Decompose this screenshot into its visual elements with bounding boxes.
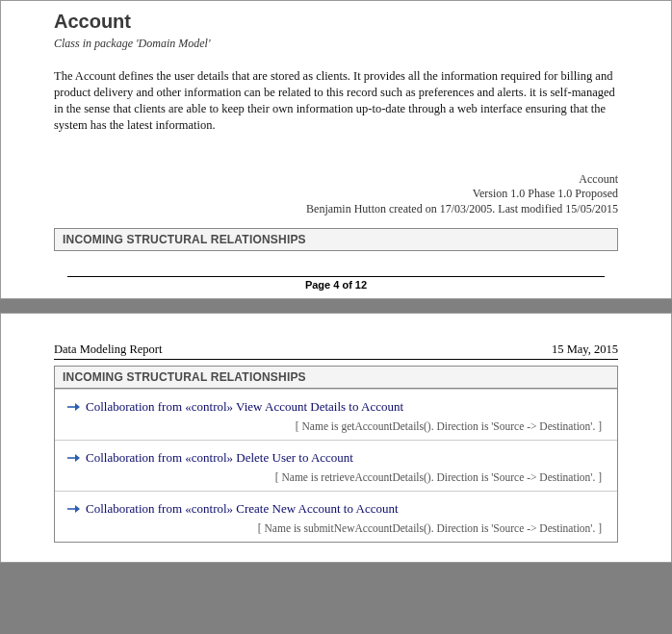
relationship-detail: [ Name is retrieveAccountDetails(). Dire… bbox=[66, 471, 606, 483]
relationship-title: Collaboration from «control» View Accoun… bbox=[66, 399, 606, 415]
class-title: Account bbox=[54, 11, 618, 33]
relationship-title: Collaboration from «control» Create New … bbox=[66, 501, 606, 517]
page-footer: Page 4 of 12 bbox=[67, 276, 605, 291]
meta-version: Version 1.0 Phase 1.0 Proposed bbox=[54, 187, 618, 202]
page-4: Account Class in package 'Domain Model' … bbox=[0, 0, 672, 299]
relationship-detail: [ Name is getAccountDetails(). Direction… bbox=[66, 420, 606, 432]
arrow-right-icon bbox=[66, 503, 80, 515]
relationship-text: Collaboration from «control» Delete User… bbox=[86, 450, 353, 466]
class-description: The Account defines the user details tha… bbox=[54, 68, 618, 134]
page-5: Data Modeling Report 15 May, 2015 INCOMI… bbox=[0, 313, 672, 563]
relationship-detail: [ Name is submitNewAccountDetails(). Dir… bbox=[66, 522, 606, 534]
relationship-row: Collaboration from «control» View Accoun… bbox=[55, 389, 617, 440]
arrow-right-icon bbox=[66, 401, 80, 413]
relationship-row: Collaboration from «control» Delete User… bbox=[55, 440, 617, 491]
arrow-right-icon bbox=[66, 452, 80, 464]
section-header-incoming: INCOMING STRUCTURAL RELATIONSHIPS bbox=[54, 228, 618, 251]
svg-marker-5 bbox=[75, 505, 80, 513]
section-header-incoming-2: INCOMING STRUCTURAL RELATIONSHIPS bbox=[55, 367, 617, 389]
svg-marker-3 bbox=[75, 454, 80, 462]
class-meta: Account Version 1.0 Phase 1.0 Proposed B… bbox=[54, 172, 618, 217]
class-subtitle: Class in package 'Domain Model' bbox=[54, 37, 618, 51]
relationship-row: Collaboration from «control» Create New … bbox=[55, 491, 617, 542]
svg-marker-1 bbox=[75, 403, 80, 411]
meta-name: Account bbox=[54, 172, 618, 188]
relationship-text: Collaboration from «control» Create New … bbox=[86, 501, 399, 517]
report-title: Data Modeling Report bbox=[54, 342, 162, 357]
relationship-title: Collaboration from «control» Delete User… bbox=[66, 450, 606, 466]
report-header: Data Modeling Report 15 May, 2015 bbox=[54, 342, 618, 360]
relationship-text: Collaboration from «control» View Accoun… bbox=[86, 399, 403, 415]
meta-author: Benjamin Hutton created on 17/03/2005. L… bbox=[54, 202, 618, 217]
report-date: 15 May, 2015 bbox=[552, 342, 618, 357]
relationships-table: INCOMING STRUCTURAL RELATIONSHIPS Collab… bbox=[54, 366, 618, 543]
